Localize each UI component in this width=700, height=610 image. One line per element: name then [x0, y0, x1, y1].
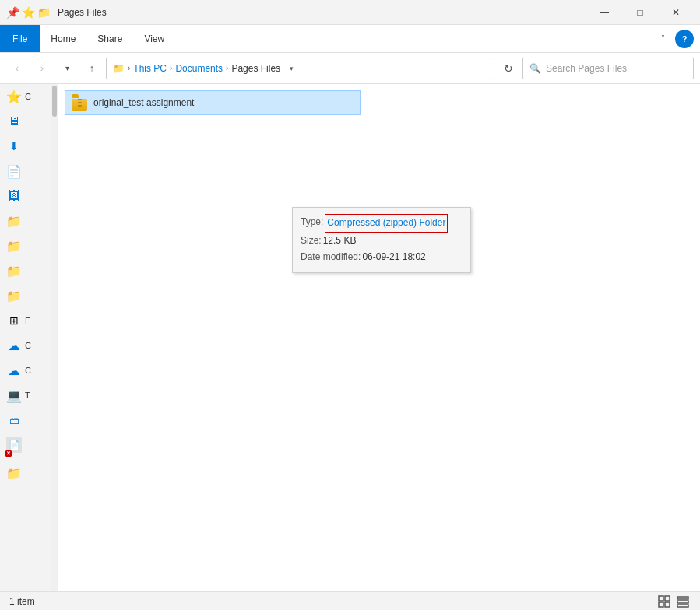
nav-bar: ‹ › ▾ ↑ 📁 › This PC › Documents › Pages …: [0, 53, 700, 84]
sidebar-item-desktop[interactable]: 🖥: [0, 109, 58, 134]
zip-sidebar-icon: 📁: [6, 465, 22, 481]
search-box[interactable]: 🔍 Search Pages Files: [522, 58, 694, 79]
sidebar-label-12: C: [25, 366, 31, 375]
folder4-icon: 📁: [6, 288, 22, 303]
menu-bar-right: ˅ ?: [653, 25, 700, 52]
tooltip-size-value: 12.5 KB: [323, 233, 357, 250]
sidebar-label-10: F: [25, 316, 30, 325]
breadcrumb-thispc[interactable]: This PC: [133, 63, 167, 74]
svg-rect-1: [665, 596, 670, 601]
breadcrumb-bar: 📁 › This PC › Documents › Pages Files ▾: [106, 58, 494, 79]
back-button[interactable]: ‹: [6, 58, 28, 79]
tooltip-type-row: Type: Compressed (zipped) Folder: [301, 214, 463, 233]
tooltip-type-label: Type:: [301, 214, 323, 233]
refresh-button[interactable]: ↻: [498, 58, 519, 79]
folder-tab: [72, 94, 79, 98]
breadcrumb-sep-2: ›: [170, 64, 172, 72]
list-view-button[interactable]: [675, 594, 691, 609]
up-button[interactable]: ↑: [81, 58, 103, 79]
file-item[interactable]: original_test assignment: [65, 90, 361, 115]
title-bar-left: 📌 ⭐ 📁 Pages Files: [6, 6, 107, 19]
cloud2-icon: ☁: [6, 363, 22, 378]
grid-view-button[interactable]: [656, 594, 672, 609]
svg-rect-5: [677, 601, 688, 603]
star-icon: ⭐: [6, 89, 22, 104]
sidebar-item-quickaccess[interactable]: ⭐ C: [0, 84, 58, 109]
storage-icon: 🗃: [6, 412, 22, 428]
zip-line-2: [78, 102, 82, 103]
thispc-icon: 💻: [6, 387, 22, 403]
red-badge: ✕: [5, 450, 12, 457]
pictures-icon: 🖼: [6, 188, 22, 204]
breadcrumb-sep-1: ›: [128, 64, 130, 72]
breadcrumb-dropdown-button[interactable]: ▾: [283, 58, 299, 79]
sidebar-item-zipfolder[interactable]: 📁: [0, 461, 58, 486]
menu-file[interactable]: File: [0, 25, 40, 52]
svg-rect-6: [677, 605, 688, 607]
close-button[interactable]: ✕: [658, 0, 694, 25]
title-bar-icons: 📌 ⭐ 📁: [6, 6, 50, 19]
folder-icon-title: ⭐: [22, 6, 34, 19]
title-bar: 📌 ⭐ 📁 Pages Files — □ ✕: [0, 0, 700, 25]
tooltip-type-value: Compressed (zipped) Folder: [325, 214, 448, 233]
pin-icon: 📌: [6, 6, 19, 19]
sidebar-item-thispc[interactable]: 💻 T: [0, 383, 58, 408]
expand-ribbon-button[interactable]: ˅: [653, 30, 672, 48]
minimize-button[interactable]: —: [586, 0, 622, 25]
sidebar-item-grid[interactable]: ⊞ F: [0, 308, 58, 333]
zip-line-3: [78, 105, 82, 107]
svg-rect-2: [659, 602, 663, 607]
folder1-icon: 📁: [6, 213, 22, 229]
main-area: ⭐ C 🖥 ⬇ 📄 🖼 📁 📁 📁: [0, 84, 700, 591]
view-toggle: [656, 594, 691, 609]
svg-rect-4: [677, 597, 688, 599]
sidebar-item-pictures[interactable]: 🖼: [0, 184, 58, 209]
sidebar-item-storage[interactable]: 🗃: [0, 408, 58, 433]
status-bar: 1 item: [0, 591, 700, 610]
docs-icon: 📄: [6, 163, 22, 179]
folder-icon-title2: 📁: [37, 6, 50, 19]
download-icon: ⬇: [6, 138, 22, 154]
sidebar-item-cloud2[interactable]: ☁ C: [0, 358, 58, 383]
cloud1-icon: ☁: [6, 338, 22, 353]
sidebar-scrollbar[interactable]: [51, 84, 58, 591]
folder3-icon: 📁: [6, 263, 22, 279]
sidebar-scrollbar-thumb[interactable]: [52, 86, 57, 117]
desktop-icon: 🖥: [6, 114, 22, 129]
title-bar-controls: — □ ✕: [586, 0, 694, 25]
menu-share[interactable]: Share: [86, 25, 133, 52]
breadcrumb-documents[interactable]: Documents: [175, 63, 223, 74]
tooltip-date-row: Date modified: 06-09-21 18:02: [301, 249, 463, 266]
list-view-icon: [677, 595, 689, 608]
sidebar-item-downloads[interactable]: ⬇: [0, 134, 58, 159]
breadcrumb-sep-3: ›: [226, 64, 228, 72]
sidebar-item-cloud1[interactable]: ☁ C: [0, 333, 58, 358]
tooltip-size-row: Size: 12.5 KB: [301, 233, 463, 250]
forward-button[interactable]: ›: [31, 58, 53, 79]
folder2-icon: 📁: [6, 238, 22, 254]
zip-lines-container: [78, 99, 82, 107]
window-title: Pages Files: [58, 7, 107, 18]
tooltip-date-value: 06-09-21 18:02: [362, 249, 425, 266]
maximize-button[interactable]: □: [622, 0, 658, 25]
sidebar-item-docs[interactable]: 📄: [0, 159, 58, 184]
menu-bar: File Home Share View ˅ ?: [0, 25, 700, 53]
sidebar-item-file[interactable]: 📄 ✕: [0, 433, 58, 461]
status-count: 1 item: [9, 596, 35, 607]
grid-icon: ⊞: [6, 313, 22, 328]
expand-nav-button[interactable]: ▾: [56, 58, 78, 79]
file-with-badge: 📄 ✕: [6, 437, 25, 456]
zip-line-1: [78, 99, 82, 100]
sidebar-item-folder1[interactable]: 📁: [0, 209, 58, 233]
sidebar-item-folder3[interactable]: 📁: [0, 258, 58, 283]
red-badge-x: ✕: [6, 450, 11, 457]
sidebar-item-folder4[interactable]: 📁: [0, 283, 58, 308]
sidebar: ⭐ C 🖥 ⬇ 📄 🖼 📁 📁 📁: [0, 84, 58, 591]
sidebar-item-folder2[interactable]: 📁: [0, 233, 58, 258]
content-area: original_test assignment Type: Compresse…: [58, 84, 700, 591]
menu-view[interactable]: View: [133, 25, 175, 52]
menu-home[interactable]: Home: [40, 25, 86, 52]
help-button[interactable]: ?: [675, 30, 694, 48]
breadcrumb-folder-icon: 📁: [113, 63, 125, 74]
grid-view-icon: [658, 595, 670, 608]
